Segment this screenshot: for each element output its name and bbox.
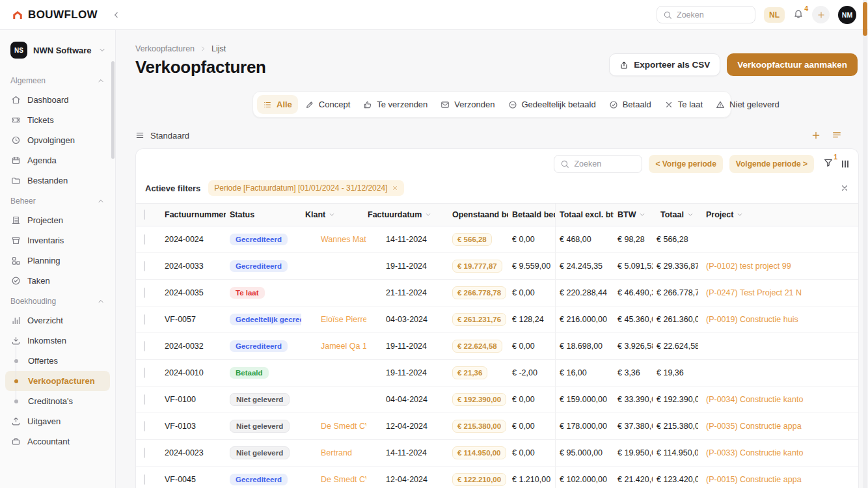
tab-niet-geleverd[interactable]: Niet geleverd xyxy=(710,95,785,114)
column-header-klant[interactable]: Klant xyxy=(301,210,366,219)
locale-badge[interactable]: NL xyxy=(764,7,785,23)
row-checkbox[interactable] xyxy=(144,288,145,298)
client-link[interactable]: De Smedt CVOA xyxy=(301,475,366,484)
sidebar-collapse-button[interactable] xyxy=(112,10,121,20)
row-checkbox[interactable] xyxy=(144,474,145,485)
project-link[interactable]: (P-0033) Constructie kanto xyxy=(698,448,858,457)
tab-te-verzenden[interactable]: Te verzenden xyxy=(357,95,433,114)
period-filter-chip[interactable]: Periode [Factuurdatum] [01/01/2024 - 31/… xyxy=(208,180,404,196)
global-search-input[interactable] xyxy=(677,10,749,20)
row-checkbox[interactable] xyxy=(144,421,145,431)
project-link[interactable]: (P-0034) Constructie kanto xyxy=(698,395,858,404)
sidebar-item-agenda[interactable]: Agenda xyxy=(5,150,110,170)
project-link[interactable]: (P-0102) test project 99 xyxy=(698,262,858,271)
sidebar-item-offertes[interactable]: Offertes xyxy=(5,351,110,371)
filter-button[interactable]: 1 xyxy=(823,157,834,170)
remove-filter-icon[interactable] xyxy=(392,185,398,191)
paid-amount: € -2,00 xyxy=(508,368,555,377)
workspace-selector[interactable]: NS NWN Software xyxy=(0,36,115,64)
table-row[interactable]: 2024-0033Gecrediteerd19-11-2024€ 19.777,… xyxy=(136,253,858,280)
client-link[interactable]: Wannes Matthys xyxy=(301,235,366,244)
tab-alle[interactable]: Alle xyxy=(257,95,298,114)
next-period-button[interactable]: Volgende periode > xyxy=(729,155,814,173)
table-row[interactable]: 2024-0035Te laat21-11-2024€ 266.778,78€ … xyxy=(136,280,858,306)
tab-gedeeltelijk-betaald[interactable]: Gedeeltelijk betaald xyxy=(502,95,602,114)
sidebar-section-algemeen[interactable]: Algemeen xyxy=(0,70,115,90)
row-checkbox[interactable] xyxy=(144,234,145,245)
row-checkbox[interactable] xyxy=(144,314,145,325)
column-header-project[interactable]: Project xyxy=(698,210,858,219)
sidebar-section-boekhouding[interactable]: Boekhouding xyxy=(0,291,115,310)
client-link[interactable]: Jameel Qa 13 Sep xyxy=(301,342,366,351)
row-checkbox[interactable] xyxy=(144,261,145,271)
project-link[interactable]: (P-0035) Constructie appa xyxy=(698,422,858,431)
select-all-checkbox[interactable] xyxy=(144,210,145,220)
tab-concept[interactable]: Concept xyxy=(299,95,356,114)
tab-verzonden[interactable]: Verzonden xyxy=(435,95,500,114)
column-header-invoice[interactable]: Factuurnummer xyxy=(161,210,226,219)
tab-betaald[interactable]: Betaald xyxy=(603,95,657,114)
columns-button[interactable] xyxy=(840,159,850,169)
total-amount: € 566,28 xyxy=(653,235,698,244)
table-row[interactable]: VF-0103Niet geleverdDe Smedt CVOA12-04-2… xyxy=(136,413,858,440)
sidebar-item-bestanden[interactable]: Bestanden xyxy=(5,170,110,191)
view-selector[interactable]: Standaard xyxy=(135,131,189,141)
table-row[interactable]: VF-0100Niet geleverd04-04-2024€ 192.390,… xyxy=(136,386,858,413)
global-search[interactable] xyxy=(657,6,755,23)
row-checkbox[interactable] xyxy=(144,341,145,351)
add-view-button[interactable] xyxy=(811,130,821,141)
column-header-date[interactable]: Factuurdatum xyxy=(366,210,434,219)
row-checkbox[interactable] xyxy=(144,448,145,458)
table-row[interactable]: 2024-0023Niet geleverdBertrand14-11-2024… xyxy=(136,440,858,467)
table-search[interactable] xyxy=(554,155,642,173)
sidebar-section-beheer[interactable]: Beheer xyxy=(0,191,115,210)
table-search-input[interactable] xyxy=(574,159,636,169)
subtotal-amount: € 468,00 xyxy=(555,226,614,252)
sidebar-item-inventaris[interactable]: Inventaris xyxy=(5,230,110,251)
column-header-subtotal[interactable]: Totaal excl. btw xyxy=(555,204,614,226)
table-row[interactable]: VF-0045GecrediteerdDe Smedt CVOA12-04-20… xyxy=(136,467,858,488)
client-link[interactable]: Bertrand xyxy=(301,448,366,457)
column-header-total[interactable]: Totaal xyxy=(653,210,698,219)
view-layout-button[interactable] xyxy=(832,130,842,141)
sidebar-scrollbar[interactable] xyxy=(111,61,115,159)
sidebar-item-planning[interactable]: Planning xyxy=(5,251,110,271)
sidebar-item-creditnota-s[interactable]: Creditnota's xyxy=(5,391,110,411)
sidebar-item-accountant[interactable]: Accountant xyxy=(5,431,110,452)
create-invoice-button[interactable]: Verkoopfactuur aanmaken xyxy=(727,53,858,76)
sidebar-item-taken[interactable]: Taken xyxy=(5,271,110,291)
sidebar-item-verkoopfacturen[interactable]: Verkoopfacturen xyxy=(5,371,110,391)
project-link[interactable]: (P-0019) Constructie huis xyxy=(698,315,858,324)
user-avatar[interactable]: NM xyxy=(838,6,856,24)
client-link[interactable]: De Smedt CVOA xyxy=(301,422,366,431)
table-row[interactable]: 2024-0032GecrediteerdJameel Qa 13 Sep19-… xyxy=(136,333,858,360)
page-scrollbar-track[interactable] xyxy=(863,0,867,488)
project-link[interactable]: (P-0247) Test Project 21 N xyxy=(698,288,858,297)
breadcrumb-root[interactable]: Verkoopfacturen xyxy=(135,44,195,53)
project-link[interactable]: (P-0015) Constructie appa xyxy=(698,475,858,484)
row-checkbox[interactable] xyxy=(144,368,145,378)
chevron-down-icon xyxy=(687,211,694,218)
client-link[interactable]: Eloïse Pierre xyxy=(301,315,366,324)
table-row[interactable]: VF-0057Gedeeltelijk gecrediteerdEloïse P… xyxy=(136,306,858,333)
table-row[interactable]: 2024-0024GecrediteerdWannes Matthys14-11… xyxy=(136,226,858,253)
notifications-button[interactable]: 4 xyxy=(793,8,804,21)
row-checkbox[interactable] xyxy=(144,394,145,405)
sidebar-item-opvolgingen[interactable]: Opvolgingen xyxy=(5,130,110,150)
sidebar-item-tickets[interactable]: Tickets xyxy=(5,110,110,130)
app-logo[interactable]: BOUWFLOW xyxy=(12,8,98,21)
sidebar-item-dashboard[interactable]: Dashboard xyxy=(5,90,110,110)
tab-te-laat[interactable]: Te laat xyxy=(658,95,709,114)
previous-period-button[interactable]: < Vorige periode xyxy=(649,155,722,173)
close-filters-button[interactable] xyxy=(840,183,849,193)
table-row[interactable]: 2024-0010Betaald19-11-2024€ 21,36€ -2,00… xyxy=(136,360,858,386)
sidebar-item-overzicht[interactable]: Overzicht xyxy=(5,310,110,331)
quick-add-button[interactable] xyxy=(812,6,830,23)
export-csv-button[interactable]: Exporteer als CSV xyxy=(609,53,720,76)
column-header-vat[interactable]: BTW xyxy=(614,210,653,219)
sidebar-item-inkomsten[interactable]: Inkomsten xyxy=(5,331,110,351)
search-icon xyxy=(560,159,569,169)
sidebar-item-projecten[interactable]: Projecten xyxy=(5,210,110,230)
page-scrollbar-thumb[interactable] xyxy=(863,2,867,36)
sidebar-item-uitgaven[interactable]: Uitgaven xyxy=(5,411,110,431)
